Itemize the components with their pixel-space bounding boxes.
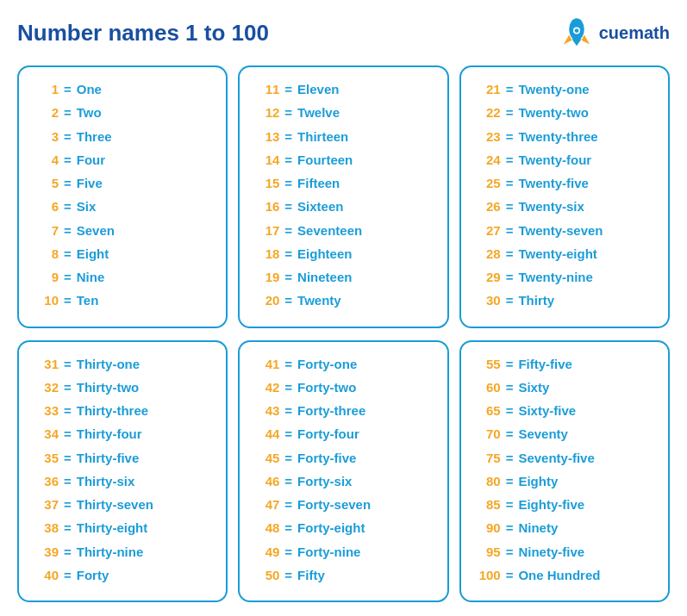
number-name: Twenty-nine [518,267,592,287]
number-value: 41 [255,354,279,374]
number-name: Seven [77,221,115,240]
table-row: 39=Thirty-nine [34,542,210,562]
table-row: 22=Twenty-two [477,103,653,122]
equals-sign: = [284,518,292,538]
table-row: 45=Forty-five [255,448,431,468]
number-name: Eighty [518,471,558,491]
number-name: Forty-eight [297,518,365,538]
number-name: Seventeen [297,221,362,240]
table-row: 80=Eighty [477,471,653,491]
equals-sign: = [64,79,72,99]
number-value: 26 [477,196,501,216]
table-row: 32=Thirty-two [34,377,210,397]
equals-sign: = [506,401,514,420]
equals-sign: = [506,518,514,538]
number-name: Forty-six [297,471,352,491]
number-value: 22 [477,103,501,122]
equals-sign: = [284,79,292,99]
number-value: 14 [255,150,279,170]
top-grid: 1=One2=Two3=Three4=Four5=Five6=Six7=Seve… [17,65,670,328]
equals-sign: = [284,290,292,310]
number-name: Seventy [518,424,568,444]
number-value: 49 [255,542,279,562]
table-row: 42=Forty-two [255,377,431,397]
number-name: Twenty-one [518,79,589,99]
number-name: Fifty-five [518,354,572,374]
number-name: Fifteen [297,173,340,193]
table-row: 70=Seventy [477,424,653,444]
number-value: 85 [477,495,501,514]
table-row: 50=Fifty [255,565,431,585]
table-row: 2=Two [34,103,210,122]
equals-sign: = [284,244,292,264]
number-value: 27 [477,221,501,240]
number-value: 90 [477,518,501,538]
number-name: Two [77,103,102,122]
table-row: 7=Seven [34,221,210,240]
equals-sign: = [64,267,72,287]
equals-sign: = [284,150,292,170]
table-row: 18=Eighteen [255,244,431,264]
number-value: 5 [34,173,59,193]
equals-sign: = [506,495,514,514]
number-name: Fifty [297,565,325,585]
number-value: 32 [34,377,59,397]
number-name: Sixteen [297,196,343,216]
equals-sign: = [506,150,514,170]
number-name: Twenty-four [518,150,591,170]
table-row: 90=Ninety [477,518,653,538]
number-value: 45 [255,448,279,468]
equals-sign: = [506,565,514,585]
number-value: 13 [255,127,279,146]
equals-sign: = [506,127,514,146]
number-name: Twelve [297,103,340,122]
table-row: 29=Twenty-nine [477,267,653,287]
box-21-30: 21=Twenty-one22=Twenty-two23=Twenty-thre… [459,65,670,328]
table-row: 37=Thirty-seven [34,495,210,514]
number-value: 24 [477,150,501,170]
number-name: Fourteen [297,150,353,170]
table-row: 65=Sixty-five [477,401,653,420]
number-name: Thirty-one [77,354,140,374]
number-value: 44 [255,424,279,444]
page-title: Number names 1 to 100 [17,20,269,47]
number-value: 4 [34,150,59,170]
box-41-50: 41=Forty-one42=Forty-two43=Forty-three44… [238,340,448,603]
number-name: Twenty-eight [518,244,596,264]
number-name: Thirty-seven [77,495,153,514]
number-value: 30 [477,290,501,310]
svg-marker-4 [571,39,581,46]
equals-sign: = [506,448,514,468]
table-row: 13=Thirteen [255,127,431,146]
number-name: Twenty-two [518,103,588,122]
number-name: Seventy-five [518,448,594,468]
logo-text: cuemath [599,23,670,43]
equals-sign: = [64,424,72,444]
number-name: Eleven [297,79,339,99]
table-row: 25=Twenty-five [477,173,653,193]
number-value: 25 [477,173,501,193]
number-name: Twenty [297,290,341,310]
rocket-icon [559,16,594,50]
table-row: 46=Forty-six [255,471,431,491]
number-value: 80 [477,471,501,491]
number-value: 18 [255,244,279,264]
equals-sign: = [506,173,514,193]
number-value: 50 [255,565,279,585]
equals-sign: = [506,424,514,444]
svg-marker-1 [564,34,572,44]
equals-sign: = [284,173,292,193]
table-row: 38=Thirty-eight [34,518,210,538]
number-name: Nine [77,267,105,287]
table-row: 28=Twenty-eight [477,244,653,264]
number-value: 38 [34,518,59,538]
number-name: Three [77,127,112,146]
number-value: 48 [255,518,279,538]
table-row: 4=Four [34,150,210,170]
number-value: 43 [255,401,279,420]
equals-sign: = [506,267,514,287]
number-value: 46 [255,471,279,491]
table-row: 55=Fifty-five [477,354,653,374]
equals-sign: = [64,354,72,374]
equals-sign: = [506,244,514,264]
